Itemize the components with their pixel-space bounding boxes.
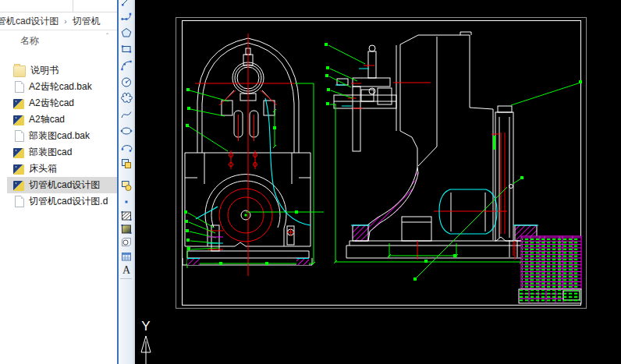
polygon-icon — [120, 27, 133, 39]
breadcrumb-chevron-icon: › — [64, 17, 66, 26]
region-icon — [120, 236, 133, 249]
line-tool-button[interactable] — [119, 0, 133, 7]
dwg-file-icon — [13, 164, 24, 175]
region-tool-button[interactable] — [119, 235, 133, 249]
file-name: A2轴cad — [29, 113, 65, 126]
draw-toolbar: A — [117, 0, 135, 364]
ellipse-tool-button[interactable] — [119, 124, 133, 137]
file-name: A2齿轮cad.bak — [29, 80, 92, 94]
file-item[interactable]: 床头箱 — [0, 161, 117, 177]
bak-file-icon — [15, 81, 24, 93]
multiline-text-tool-button[interactable]: A — [119, 263, 133, 276]
breadcrumb-parent[interactable]: 管机cad设计图 — [0, 15, 59, 28]
ellipse-arc-icon — [120, 141, 133, 154]
ellipse-icon — [120, 125, 133, 137]
front-view — [183, 34, 324, 276]
file-item[interactable]: 切管机cad设计图.d — [0, 193, 117, 210]
hatch-tool-button[interactable] — [119, 209, 133, 222]
polyline-tool-button[interactable] — [119, 9, 133, 23]
bak-file-icon — [15, 130, 24, 142]
table-tool-button[interactable] — [119, 249, 133, 263]
ucs-y-arrow — [141, 336, 151, 364]
svg-text:A: A — [122, 264, 131, 276]
arc-icon — [120, 59, 133, 72]
parts-list-table — [519, 236, 581, 303]
arc-tool-button[interactable] — [119, 58, 133, 72]
toolbar-divider — [120, 278, 132, 279]
multiline-text-icon: A — [120, 263, 133, 276]
file-item-selected[interactable]: 切管机cad设计图 — [0, 177, 117, 193]
file-list: 说明书 A2齿轮cad.bak A2齿轮cad A2轴cad 部装图cad.ba… — [0, 62, 117, 210]
file-name: A2齿轮cad — [29, 97, 74, 110]
dwg-file-icon — [13, 181, 24, 191]
file-icon — [15, 196, 24, 207]
revision-cloud-tool-button[interactable] — [119, 91, 133, 104]
sort-caret-icon[interactable]: ˆ — [106, 32, 108, 40]
rectangle-tool-button[interactable] — [119, 42, 133, 55]
circle-icon — [120, 76, 133, 88]
point-tool-button[interactable] — [119, 195, 133, 208]
leader-label-squares — [184, 88, 298, 265]
polygon-tool-button[interactable] — [119, 26, 133, 39]
front-view-outlines — [183, 38, 312, 265]
dwg-file-icon — [13, 115, 24, 125]
explorer-topbar — [0, 0, 117, 12]
ucs-icon: Y — [141, 319, 151, 364]
gradient-tool-button[interactable] — [119, 222, 133, 235]
file-item[interactable]: A2轴cad — [0, 111, 117, 128]
file-name: 部装图cad.bak — [29, 129, 90, 143]
gradient-icon — [120, 223, 133, 235]
circle-tool-button[interactable] — [119, 75, 133, 88]
revision-cloud-icon — [120, 92, 133, 104]
file-name: 说明书 — [30, 64, 59, 77]
dwg-file-icon — [13, 99, 24, 109]
topbar-divider — [73, 0, 73, 12]
make-block-icon — [120, 179, 133, 192]
file-item[interactable]: A2齿轮cad.bak — [0, 79, 117, 95]
breadcrumb: 管机cad设计图 › 切管机 — [0, 12, 117, 30]
parts-list-text — [522, 237, 580, 288]
app-window: 管机cad设计图 › 切管机 名称 ˆ 说明书 A2齿轮cad.bak A2齿轮… — [0, 0, 621, 364]
cad-drawing-canvas[interactable]: Y — [135, 0, 621, 364]
line-icon — [120, 0, 133, 7]
title-block — [519, 289, 581, 303]
polyline-icon — [120, 10, 133, 23]
ellipse-arc-tool-button[interactable] — [119, 140, 133, 154]
file-name: 切管机cad设计图.d — [29, 195, 108, 208]
file-name: 切管机cad设计图 — [29, 178, 100, 192]
insert-block-icon — [120, 157, 133, 170]
file-explorer-panel: 管机cad设计图 › 切管机 名称 ˆ 说明书 A2齿轮cad.bak A2齿轮… — [0, 0, 117, 364]
file-item[interactable]: 部装图cad — [0, 144, 117, 161]
make-block-tool-button[interactable] — [119, 178, 133, 192]
name-column-header[interactable]: 名称 — [20, 34, 39, 48]
file-name: 部装图cad — [29, 146, 72, 159]
file-name: 床头箱 — [29, 162, 57, 175]
rectangle-icon — [120, 43, 133, 55]
cad-drawing: Y — [135, 0, 621, 364]
folder-icon — [13, 65, 26, 77]
file-item[interactable]: A2齿轮cad — [0, 95, 117, 111]
insert-block-tool-button[interactable] — [119, 157, 133, 170]
point-icon — [120, 196, 133, 208]
table-icon — [120, 250, 133, 263]
file-item[interactable]: 说明书 — [0, 62, 117, 79]
spline-icon — [120, 108, 133, 121]
file-item[interactable]: 部装图cad.bak — [0, 128, 117, 144]
spline-tool-button[interactable] — [119, 108, 133, 121]
hatch-icon — [120, 210, 133, 222]
column-header-row: 名称 ˆ — [0, 30, 117, 48]
dwg-file-icon — [13, 148, 24, 158]
ucs-y-axis-label: Y — [141, 319, 150, 334]
title-block-text — [520, 290, 580, 302]
breadcrumb-current[interactable]: 切管机 — [73, 15, 101, 28]
